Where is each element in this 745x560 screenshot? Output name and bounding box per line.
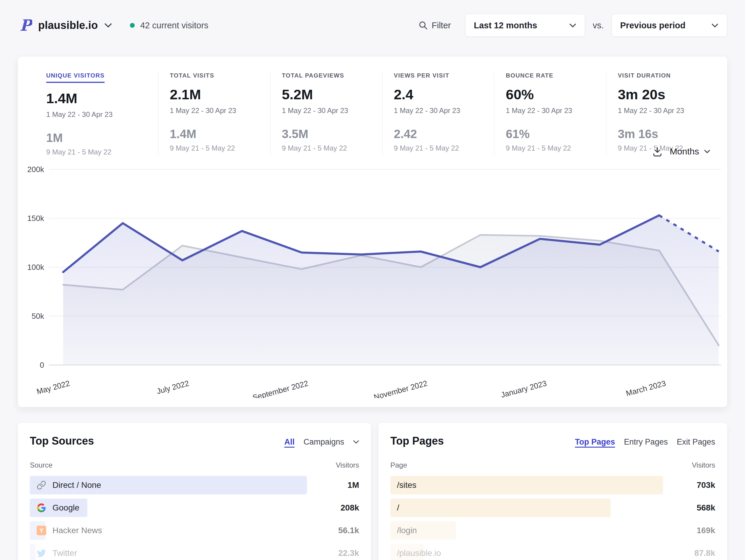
stat-total-visits[interactable]: TOTAL VISITS 2.1M 1 May 22 - 30 Apr 23 1…: [158, 72, 270, 156]
tab-campaigns[interactable]: Campaigns: [303, 437, 344, 447]
svg-text:November 2022: November 2022: [373, 379, 428, 398]
chart-toolbar: Months: [652, 146, 710, 157]
interval-dropdown[interactable]: Months: [670, 147, 710, 157]
pages-col-page: Page: [390, 461, 407, 469]
hackernews-icon: Y: [36, 525, 46, 535]
svg-text:150k: 150k: [27, 214, 44, 223]
visitors-chart: 050k100k150k200kMay 2022July 2022Septemb…: [18, 159, 727, 398]
link-icon: [36, 480, 46, 490]
source-row-twitter[interactable]: Twitter 22.3k: [30, 544, 359, 560]
svg-text:July 2022: July 2022: [156, 379, 190, 396]
page-row-sites[interactable]: /sites 703k: [390, 476, 715, 494]
source-row-direct[interactable]: Direct / None 1M: [30, 476, 359, 494]
pages-col-visitors: Visitors: [692, 461, 715, 469]
top-sources-panel: Top Sources All Campaigns Source Visitor…: [18, 423, 371, 560]
sources-title: Top Sources: [30, 435, 284, 447]
svg-text:January 2023: January 2023: [500, 379, 548, 398]
comparison-value: Previous period: [620, 21, 685, 30]
page-row-home[interactable]: / 568k: [390, 499, 715, 517]
current-visitors[interactable]: 42 current visitors: [140, 21, 208, 30]
tab-top-pages[interactable]: Top Pages: [575, 437, 615, 447]
plausible-logo-icon: P: [19, 18, 32, 33]
chevron-down-icon: [569, 23, 576, 28]
stat-unique-visitors[interactable]: UNIQUE VISITORS 1.4M 1 May 22 - 30 Apr 2…: [46, 72, 158, 156]
vs-label: vs.: [593, 21, 604, 30]
chevron-down-icon[interactable]: [353, 440, 359, 444]
svg-text:0: 0: [40, 361, 44, 369]
stats-row: UNIQUE VISITORS 1.4M 1 May 22 - 30 Apr 2…: [18, 57, 727, 156]
search-icon: [418, 21, 428, 30]
google-icon: [36, 503, 46, 513]
tab-all[interactable]: All: [284, 437, 295, 447]
download-icon[interactable]: [652, 146, 663, 157]
tab-entry-pages[interactable]: Entry Pages: [624, 437, 668, 447]
svg-text:September 2022: September 2022: [252, 379, 309, 398]
pages-title: Top Pages: [390, 435, 575, 447]
sources-col-visitors: Visitors: [336, 461, 359, 469]
filter-button[interactable]: Filter: [418, 21, 451, 30]
svg-text:50k: 50k: [32, 312, 44, 320]
stat-total-pageviews[interactable]: TOTAL PAGEVIEWS 5.2M 1 May 22 - 30 Apr 2…: [270, 72, 382, 156]
filter-label: Filter: [431, 21, 451, 30]
page-row-login[interactable]: /login 169k: [390, 521, 715, 540]
svg-text:200k: 200k: [27, 165, 44, 174]
dashboard-card: UNIQUE VISITORS 1.4M 1 May 22 - 30 Apr 2…: [18, 57, 727, 407]
svg-text:P: P: [20, 18, 32, 33]
top-header: P plausible.io 42 current visitors Filte…: [19, 12, 727, 39]
date-range-dropdown[interactable]: Last 12 months: [465, 14, 585, 37]
top-pages-panel: Top Pages Top Pages Entry Pages Exit Pag…: [379, 423, 727, 560]
svg-text:100k: 100k: [27, 263, 44, 272]
page-row-plausible-io[interactable]: /plausible.io 87.8k: [390, 544, 715, 560]
chevron-down-icon: [704, 149, 710, 154]
source-row-hackernews[interactable]: Y Hacker News 56.1k: [30, 521, 359, 540]
svg-text:March 2023: March 2023: [625, 379, 667, 398]
stat-views-per-visit[interactable]: VIEWS PER VISIT 2.4 1 May 22 - 30 Apr 23…: [382, 72, 494, 156]
chevron-down-icon: [711, 23, 718, 28]
interval-value: Months: [670, 147, 699, 157]
twitter-icon: [36, 548, 46, 558]
comparison-dropdown[interactable]: Previous period: [612, 14, 727, 37]
stat-visit-duration[interactable]: VISIT DURATION 3m 20s 1 May 22 - 30 Apr …: [606, 72, 718, 156]
source-row-google[interactable]: Google 208k: [30, 499, 359, 517]
site-switcher-chevron-icon[interactable]: [104, 23, 112, 28]
live-indicator-dot: [130, 23, 135, 28]
svg-text:May 2022: May 2022: [35, 379, 71, 396]
date-range-value: Last 12 months: [474, 21, 537, 30]
stat-bounce-rate[interactable]: BOUNCE RATE 60% 1 May 22 - 30 Apr 23 61%…: [494, 72, 606, 156]
site-name[interactable]: plausible.io: [38, 19, 98, 32]
sources-col-source: Source: [30, 461, 53, 469]
tab-exit-pages[interactable]: Exit Pages: [677, 437, 715, 447]
